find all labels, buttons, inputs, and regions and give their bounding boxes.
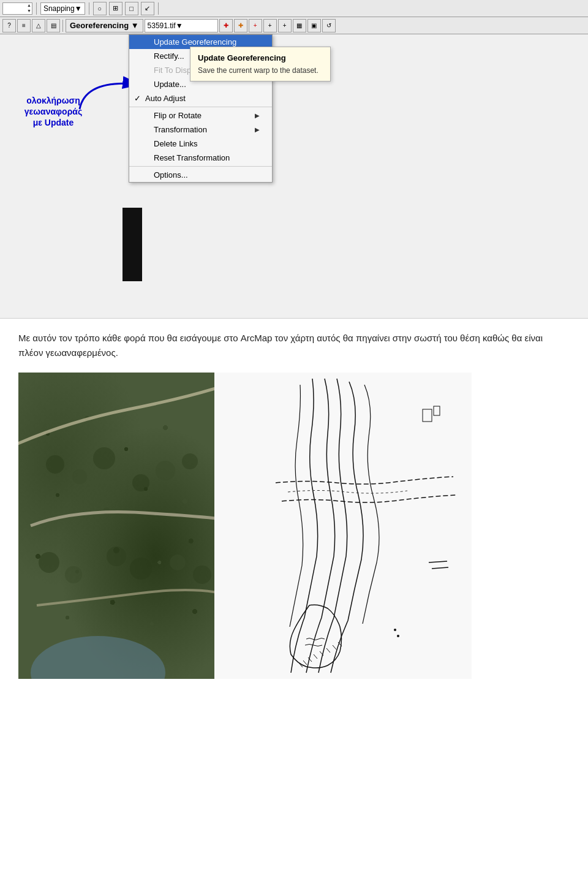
svg-point-7 <box>182 453 198 469</box>
screenshot-area: 300 ▲ ▼ Snapping ▼ ○ ⊞ □ ↙ ? ≡ △ ▤ Geore… <box>0 0 588 319</box>
georef-tool-7[interactable]: ▣ <box>307 19 321 32</box>
svg-point-11 <box>130 558 152 580</box>
georef-tool-3[interactable]: + <box>249 19 262 32</box>
menu-arrow-flip: ▶ <box>255 112 260 119</box>
georeferencing-menu-btn[interactable]: Georeferencing ▼ <box>66 19 143 32</box>
toolbar-second: ? ≡ △ ▤ Georeferencing ▼ 53591.tif ▼ ✚ ✚… <box>0 17 588 34</box>
svg-line-21 <box>314 654 317 659</box>
georef-label: Georeferencing ▼ <box>70 21 139 30</box>
rect-btn[interactable]: □ <box>125 2 138 15</box>
menu-label-delete-links: Delete Links <box>150 139 260 148</box>
svg-point-3 <box>72 469 87 484</box>
menu-label-transformation: Transformation <box>150 125 255 134</box>
annotation-line1: ολοκλήρωση <box>26 96 80 105</box>
svg-line-18 <box>429 561 447 562</box>
map-container <box>18 373 570 679</box>
toolbar-top: 300 ▲ ▼ Snapping ▼ ○ ⊞ □ ↙ <box>0 0 588 17</box>
menu-sep-2 <box>129 166 272 167</box>
menu-label-flip: Flip or Rotate <box>150 111 255 120</box>
aerial-roads-svg <box>18 373 214 679</box>
svg-line-25 <box>326 648 330 653</box>
svg-point-6 <box>156 461 175 480</box>
svg-line-26 <box>333 645 336 649</box>
georef-tool-1[interactable]: ✚ <box>219 19 233 32</box>
svg-point-13 <box>193 566 211 584</box>
georef-tool-5[interactable]: + <box>278 19 292 32</box>
svg-point-1 <box>31 636 165 679</box>
menu-label-update-georef: Update Georeferencing <box>150 37 260 47</box>
svg-point-9 <box>65 566 82 583</box>
svg-rect-14 <box>423 409 432 422</box>
tool-icon-3[interactable]: △ <box>32 19 45 32</box>
tooltip-popup: Update Georeferencing Save the current w… <box>190 47 331 81</box>
menu-item-delete-links[interactable]: Delete Links <box>129 137 272 151</box>
separator-1 <box>36 2 37 15</box>
menu-item-auto-adjust[interactable]: ✓ Auto Adjust <box>129 91 272 105</box>
content-area: Με αυτόν τον τρόπο κάθε φορά που θα εισά… <box>0 319 588 691</box>
georef-tool-2[interactable]: ✚ <box>234 19 247 32</box>
aerial-photo <box>18 373 214 679</box>
menu-check-auto: ✓ <box>133 94 141 103</box>
line-drawing-svg <box>214 373 472 679</box>
menu-label-reset-transformation: Reset Transformation <box>150 153 260 162</box>
svg-point-10 <box>107 547 126 566</box>
cursor-btn[interactable]: ↙ <box>141 2 154 15</box>
menu-sep-1 <box>129 107 272 107</box>
separator-4 <box>62 20 63 32</box>
menu-item-transformation[interactable]: Transformation ▶ <box>129 123 272 137</box>
svg-line-23 <box>303 660 307 665</box>
tooltip-title: Update Georeferencing <box>198 53 323 62</box>
tooltip-body: Save the current warp to the dataset. <box>198 66 323 75</box>
menu-item-options[interactable]: Options... <box>129 168 272 182</box>
snapping-arrow: ▼ <box>75 4 82 13</box>
svg-point-16 <box>394 629 396 631</box>
dark-bar <box>123 208 142 281</box>
separator-2 <box>89 2 89 15</box>
svg-point-5 <box>132 474 149 491</box>
menu-label-options: Options... <box>150 170 260 180</box>
georef-tool-8[interactable]: ↺ <box>322 19 336 32</box>
snapping-label: Snapping <box>43 4 75 13</box>
annotation-line3: με Update <box>33 118 74 127</box>
file-arrow: ▼ <box>176 21 183 30</box>
svg-point-8 <box>39 552 59 573</box>
menu-item-reset-transformation[interactable]: Reset Transformation <box>129 151 272 165</box>
svg-point-12 <box>170 554 186 570</box>
line-drawing <box>214 373 472 679</box>
georef-tool-4[interactable]: + <box>263 19 277 32</box>
file-name: 53591.tif <box>148 21 176 30</box>
spin-down[interactable]: ▼ <box>26 8 32 13</box>
svg-line-19 <box>432 567 448 569</box>
tool-icon-4[interactable]: ▤ <box>47 19 60 32</box>
svg-point-17 <box>397 635 399 637</box>
circle-btn[interactable]: ○ <box>93 2 107 15</box>
zoom-input[interactable]: 300 <box>3 3 26 14</box>
description-text: Με αυτόν τον τρόπο κάθε φορά που θα εισά… <box>18 331 570 360</box>
georef-tool-6[interactable]: ▦ <box>293 19 306 32</box>
menu-label-auto: Auto Adjust <box>141 94 260 103</box>
file-selector[interactable]: 53591.tif ▼ <box>145 19 218 32</box>
zoom-spinbox[interactable]: 300 ▲ ▼ <box>2 2 32 15</box>
menu-item-flip-rotate[interactable]: Flip or Rotate ▶ <box>129 108 272 123</box>
svg-rect-15 <box>434 406 440 415</box>
grid-btn[interactable]: ⊞ <box>109 2 123 15</box>
separator-3 <box>158 2 159 15</box>
svg-point-4 <box>93 447 115 469</box>
snapping-dropdown[interactable]: Snapping ▼ <box>40 2 85 15</box>
tool-icon-2[interactable]: ≡ <box>17 19 31 32</box>
tool-icon-1[interactable]: ? <box>2 19 16 32</box>
svg-point-2 <box>46 455 64 474</box>
menu-arrow-transform: ▶ <box>255 126 260 133</box>
spin-up[interactable]: ▲ <box>26 2 32 8</box>
